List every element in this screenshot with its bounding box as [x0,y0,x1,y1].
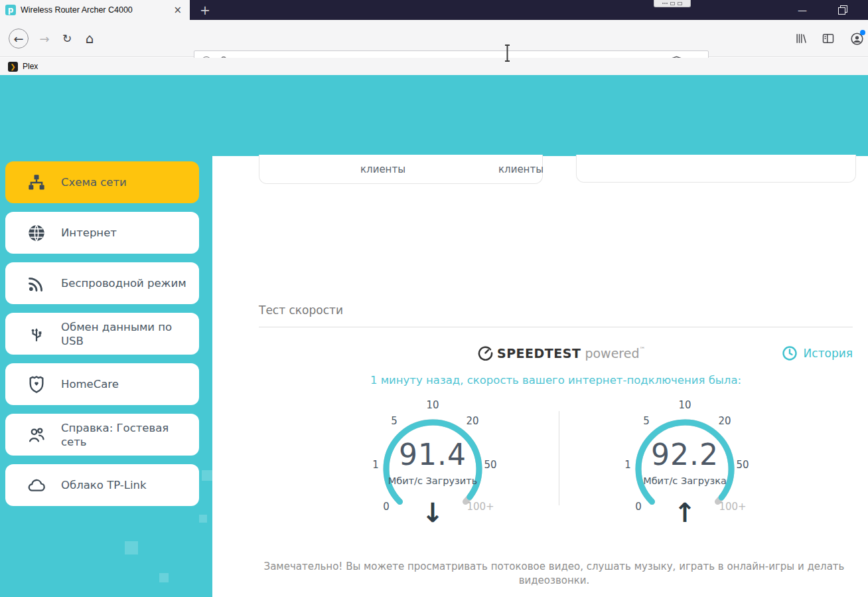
sidebar-item-label: Справка: Гостевая сеть [61,421,192,449]
decorative-square [125,541,138,554]
router-header: tp-link Быстрая настройка Базовая настро… [0,75,868,156]
download-gauge: 0 1 5 10 20 50 100+ 91.4 Мбит/с Загрузит… [366,399,499,539]
scale-tick: 20 [718,415,731,427]
scale-tick: 10 [426,399,439,411]
bookmarks-bar: ❯ Plex [0,58,868,75]
guests-icon [27,425,46,445]
library-icon[interactable] [791,29,811,48]
usb-icon [27,324,46,344]
clients-label: клиенты [360,163,405,175]
window-restore-button[interactable] [831,0,853,20]
gauge-divider [559,411,559,505]
sidebar-item-label: HomeCare [61,377,119,391]
overlay-widget [654,0,691,7]
sidebar-item-network-map[interactable]: Схема сети [5,161,199,203]
back-button[interactable]: ← [9,29,29,48]
download-unit-label: Мбит/с Загрузить [366,475,499,486]
sidebars-icon[interactable] [818,29,838,48]
decorative-square [199,515,207,523]
clients-label: клиенты [498,163,543,175]
sidebar: Схема сети Интернет Беспроводной режим О… [0,156,212,597]
browser-tab[interactable]: p Wireless Router Archer C4000 × [0,0,190,20]
speedtest-powered: powered™ [585,346,645,361]
plex-bookmark[interactable]: Plex [23,62,38,71]
speedtest-gauge-icon [478,345,493,361]
sidebar-item-label: Облако TP-Link [61,478,147,492]
sidebar-item-internet[interactable]: Интернет [5,212,199,254]
browser-tab-title: Wireless Router Archer C4000 [21,5,166,15]
sidebar-item-label: Интернет [61,226,117,240]
gauges: 0 1 5 10 20 50 100+ 91.4 Мбит/с Загрузит… [259,399,853,542]
scale-tick: 10 [678,399,691,411]
tplink-favicon: p [5,5,16,15]
scale-tick: 5 [391,415,398,427]
upload-unit-label: Мбит/с Загрузка [618,475,751,486]
speedtest-logo: SPEEDTEST powered™ [478,345,646,361]
main-content: клиенты клиенты Тест скорости SPEEDTEST … [212,156,868,597]
clock-icon [782,345,798,361]
section-title: Тест скорости [259,303,343,317]
reload-button[interactable]: ↻ [57,29,77,48]
speedtest-brand: SPEEDTEST [497,346,581,361]
upload-value: 92.2 [618,438,751,471]
speedtest-result-text: Замечательно! Вы можете просматривать по… [252,560,856,588]
shield-heart-icon [27,375,46,394]
upload-gauge: 0 1 5 10 20 50 100+ 92.2 Мбит/с Загрузка… [618,399,751,539]
screen: p Wireless Router Archer C4000 × + — ← →… [0,0,868,597]
account-notification-dot [860,30,865,35]
sidebar-item-guest-network[interactable]: Справка: Гостевая сеть [5,414,199,456]
cloud-icon [27,475,46,495]
window-minimize-button[interactable]: — [791,0,814,20]
history-label: История [804,347,853,360]
sidebar-item-wireless[interactable]: Беспроводной режим [5,262,199,304]
trademark-symbol: ™ [640,346,646,353]
restore-icon [839,7,845,13]
browser-toolbar: ← → ↻ ⌂ i https://192.168.99.1/webpages/… [0,20,868,57]
home-button[interactable]: ⌂ [80,29,100,48]
speedtest-subtitle: 1 минуту назад, скорость вашего интернет… [259,374,853,386]
browser-tab-bar: p Wireless Router Archer C4000 × + — [0,0,868,20]
new-tab-button[interactable]: + [196,1,214,19]
scale-tick: 5 [643,415,650,427]
status-card [576,155,856,183]
account-icon[interactable] [847,29,867,48]
section-divider [259,327,853,327]
tab-close-icon[interactable]: × [171,4,184,16]
scale-tick: 20 [466,415,478,427]
sidebar-item-label: Обмен данными по USB [61,320,192,348]
network-icon [27,173,46,193]
history-link[interactable]: История [782,345,853,361]
plex-bookmark-icon: ❯ [8,62,18,72]
wifi-icon [27,274,46,294]
sidebar-item-usb-sharing[interactable]: Обмен данными по USB [5,313,199,355]
forward-button[interactable]: → [35,29,54,48]
sidebar-item-label: Схема сети [61,175,127,189]
download-arrow-icon: ↓ [366,497,499,528]
clients-card: клиенты клиенты [259,155,543,184]
globe-icon [27,223,46,243]
sidebar-item-homecare[interactable]: HomeCare [5,363,199,405]
decorative-square [159,573,169,582]
decorative-square [202,470,212,481]
sidebar-item-label: Беспроводной режим [61,276,186,290]
upload-arrow-icon: ↑ [618,497,751,528]
download-value: 91.4 [366,438,499,471]
sidebar-item-tplink-cloud[interactable]: Облако TP-Link [5,464,199,506]
